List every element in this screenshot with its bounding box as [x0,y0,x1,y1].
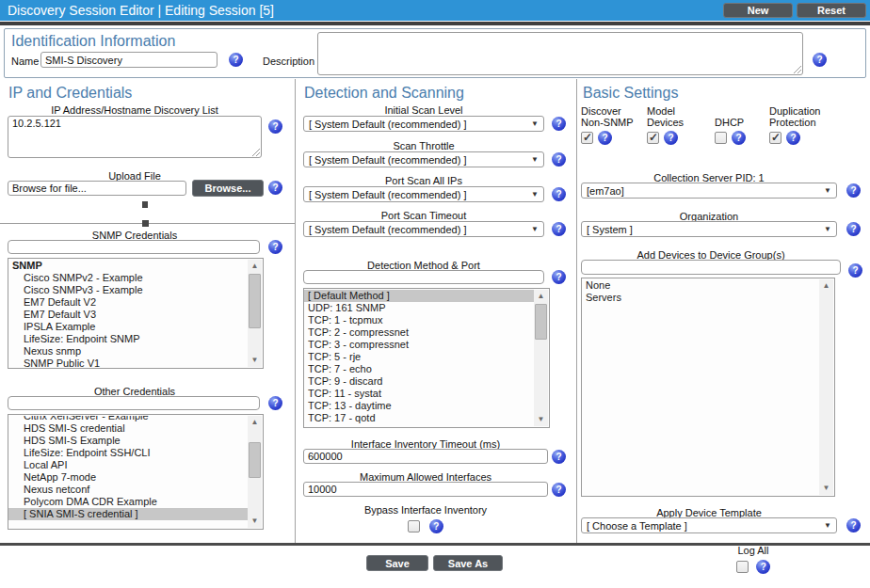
list-item[interactable]: IPSLA Example [8,321,248,333]
list-item[interactable]: TCP: 5 - rje [304,351,534,363]
help-icon[interactable] [848,263,862,278]
initial-scan-level-select[interactable]: [ System Default (recommended) ]▼ [303,116,544,132]
device-groups-list[interactable]: NoneServers ▲ ▼ [581,278,835,497]
bypass-inventory-checkbox[interactable] [408,520,420,532]
list-item[interactable]: TCP: 7 - echo [304,363,534,375]
scrollbar-thumb[interactable] [535,304,547,340]
collection-server-select[interactable]: [em7ao]▼ [581,183,837,199]
help-icon[interactable] [268,181,282,195]
device-template-select[interactable]: [ Choose a Template ]▼ [581,517,837,533]
help-icon[interactable] [786,131,800,145]
help-icon[interactable] [732,131,746,145]
max-interfaces-input[interactable] [303,482,548,497]
organization-select[interactable]: [ System ]▼ [581,221,837,237]
list-item[interactable]: Cisco SNMPv3 - Example [8,284,248,296]
other-credentials-list[interactable]: Citrix XenServer - ExampleHDS SMI-S cred… [8,414,264,530]
help-icon[interactable] [846,518,861,532]
list-item[interactable]: TCP: 11 - systat [304,388,534,400]
list-item[interactable]: TCP: 1 - tcpmux [304,314,534,326]
help-icon[interactable] [846,222,861,236]
reset-button[interactable]: Reset [797,3,866,18]
help-icon[interactable] [552,270,566,284]
list-item[interactable]: UDP: 161 SNMP [304,302,534,314]
scroll-down-icon[interactable]: ▼ [248,354,262,367]
list-item[interactable]: Nexus snmp [8,345,248,358]
device-groups-filter-input[interactable] [581,260,841,275]
name-input[interactable] [40,52,218,68]
checkbox[interactable] [581,132,593,144]
list-item[interactable]: Servers [582,292,819,304]
help-icon[interactable] [552,450,566,464]
help-icon[interactable] [268,396,282,410]
port-scan-timeout-select[interactable]: [ System Default (recommended) ]▼ [303,221,544,237]
detection-method-list[interactable]: [ Default Method ]UDP: 161 SNMPTCP: 1 - … [303,288,550,428]
list-item[interactable]: HDS SMI-S credential [8,422,248,435]
list-item[interactable]: TCP: 2 - compressnet [304,326,534,339]
snmp-credentials-list[interactable]: SNMPCisco SNMPv2 - ExampleCisco SNMPv3 -… [8,258,264,369]
help-icon[interactable] [268,240,282,254]
scan-throttle-select[interactable]: [ System Default (recommended) ]▼ [303,151,544,167]
list-item[interactable]: Local API [8,459,248,471]
scroll-down-icon[interactable]: ▼ [248,515,262,528]
scroll-up-icon[interactable]: ▲ [248,260,262,273]
list-item[interactable]: TCP: 3 - compressnet [304,339,534,351]
list-item[interactable]: EM7 Default V3 [8,309,248,321]
list-item[interactable]: Cisco SNMPv2 - Example [8,272,248,284]
checkbox[interactable] [769,132,781,144]
help-icon[interactable] [813,53,827,67]
scrollbar[interactable]: ▲ ▼ [248,416,262,528]
description-input[interactable] [317,32,803,75]
save-as-button[interactable]: Save As [433,555,503,571]
browse-button[interactable]: Browse... [192,180,264,197]
list-item[interactable]: EM7 Default V2 [8,296,248,309]
list-item[interactable]: SNMP [8,260,248,272]
scroll-up-icon[interactable]: ▲ [819,279,833,293]
other-filter-input[interactable] [8,396,260,410]
help-icon[interactable] [598,131,612,145]
list-item[interactable]: [ Default Method ] [304,290,534,302]
list-item[interactable]: SNMP Public V1 [8,358,248,368]
scrollbar[interactable]: ▲ ▼ [248,260,262,367]
list-item[interactable]: [ SNIA SMI-S credential ] [8,508,248,520]
list-item[interactable]: NetApp 7-mode [8,471,248,484]
section-splitter[interactable] [0,223,295,224]
scrollbar[interactable]: ▲ ▼ [534,290,548,426]
help-icon[interactable] [756,560,770,574]
list-item[interactable]: HDS SMI-S Example [8,435,248,447]
help-icon[interactable] [552,222,566,236]
snmp-filter-input[interactable] [8,240,260,254]
list-item[interactable]: Nexus netconf [8,484,248,496]
help-icon[interactable] [552,117,566,131]
help-icon[interactable] [664,131,678,145]
list-item[interactable]: Polycom DMA CDR Example [8,496,248,508]
port-scan-all-select[interactable]: [ System Default (recommended) ]▼ [303,186,544,202]
help-icon[interactable] [552,483,566,497]
log-all-checkbox[interactable] [736,561,749,573]
upload-file-input[interactable] [8,181,186,196]
scrollbar-thumb[interactable] [249,274,261,328]
list-item[interactable]: LifeSize: Endpoint SSH/CLI [8,447,248,459]
help-icon[interactable] [846,183,861,198]
scroll-up-icon[interactable]: ▲ [248,416,262,429]
list-item[interactable]: TCP: 9 - discard [304,375,534,388]
scroll-down-icon[interactable]: ▼ [534,413,548,426]
help-icon[interactable] [229,53,243,67]
list-item[interactable]: Citrix XenServer - Example [8,416,248,422]
scroll-down-icon[interactable]: ▼ [819,482,833,495]
scrollbar[interactable]: ▲ ▼ [819,279,833,495]
help-icon[interactable] [429,519,443,533]
ip-list-textarea[interactable] [8,116,262,158]
list-item[interactable]: LifeSize: Endpoint SNMP [8,333,248,345]
new-button[interactable]: New [723,3,793,18]
help-icon[interactable] [552,187,566,201]
save-button[interactable]: Save [366,555,428,571]
resize-handle[interactable] [142,220,149,227]
list-item[interactable]: TCP: 17 - qotd [304,412,534,424]
checkbox[interactable] [647,132,659,144]
scroll-up-icon[interactable]: ▲ [534,290,548,303]
help-icon[interactable] [268,119,282,134]
help-icon[interactable] [552,152,566,167]
list-item[interactable]: None [582,279,819,292]
list-item[interactable]: TCP: 13 - daytime [304,400,534,412]
resize-handle[interactable] [142,201,148,208]
